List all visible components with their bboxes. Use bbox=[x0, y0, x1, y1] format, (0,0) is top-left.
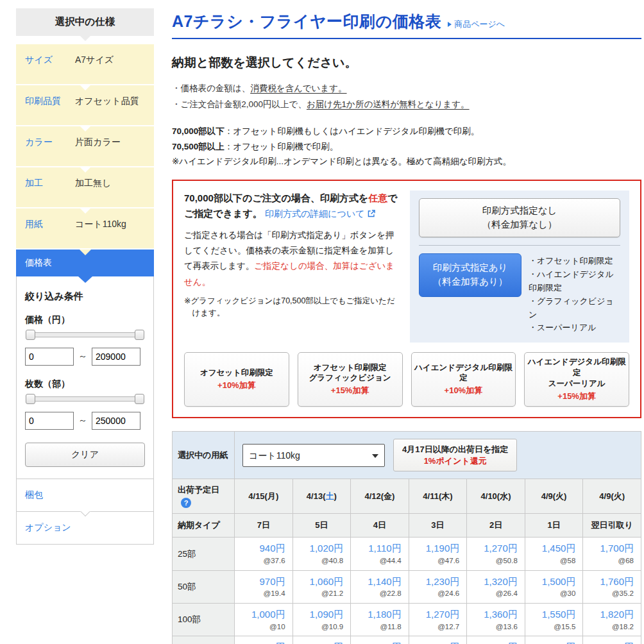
method-buttons-row: オフセット印刷限定+10%加算オフセット印刷限定グラフィックビジョン+15%加算… bbox=[184, 352, 629, 407]
filter-section: 絞り込み条件 価格（円） ～ 枚数（部） bbox=[17, 276, 153, 479]
sidebar-spec-item[interactable]: カラー片面カラー bbox=[16, 126, 154, 166]
price-cell[interactable]: 1,410円@9.4 bbox=[467, 636, 525, 644]
method-option-button[interactable]: オフセット印刷限定グラフィックビジョン+15%加算 bbox=[298, 352, 403, 407]
title-row: A7チラシ・フライヤー印刷の価格表 商品ページへ bbox=[172, 11, 641, 32]
unit-price-value: @44.4 bbox=[353, 557, 402, 566]
spec-label: 印刷品質 bbox=[25, 96, 75, 107]
price-cell[interactable]: 1,190円@47.6 bbox=[409, 538, 467, 570]
price-cell[interactable]: 1,270円@50.8 bbox=[467, 538, 525, 570]
qty-max-input[interactable] bbox=[92, 412, 140, 430]
spec-option-item: ・スーパーリアル bbox=[529, 321, 620, 335]
price-cell[interactable]: 1,590円@10.6 bbox=[525, 636, 583, 644]
product-page-link[interactable]: 商品ページへ bbox=[448, 19, 505, 30]
price-slider-handle-max[interactable] bbox=[135, 330, 144, 340]
sidebar-spec-item[interactable]: サイズA7サイズ bbox=[16, 44, 154, 84]
qty-min-input[interactable] bbox=[25, 412, 74, 430]
price-cell[interactable]: 1,700円@68 bbox=[583, 538, 641, 570]
delivery-type-cell: 3日 bbox=[409, 514, 467, 538]
unit-price-value: @24.6 bbox=[412, 589, 460, 598]
price-cell[interactable]: 1,060円@21.2 bbox=[292, 570, 351, 603]
price-value: 1,030円 bbox=[237, 641, 285, 644]
qty-filter-label: 枚数（部） bbox=[25, 378, 145, 390]
unit-price-value: @21.2 bbox=[296, 589, 344, 598]
price-value: 1,700円 bbox=[586, 542, 634, 555]
price-cell[interactable]: 1,090円@10.9 bbox=[292, 604, 351, 636]
machine-info-block: 70,000部以下：オフセット印刷機もしくはハイエンドデジタル印刷機で印刷。70… bbox=[172, 124, 641, 169]
price-cell[interactable]: 1,500円@30 bbox=[525, 570, 583, 603]
price-max-input[interactable] bbox=[92, 348, 140, 366]
ship-row-label-text: 出荷予定日 bbox=[178, 485, 219, 495]
paper-select-wrap: コート110kg bbox=[242, 444, 385, 467]
saturday-highlight: 土 bbox=[325, 491, 334, 501]
intro-text: 70,000部以下のご注文の場合、印刷方式を bbox=[184, 192, 368, 203]
no-spec-button[interactable]: 印刷方式指定なし （料金加算なし） bbox=[419, 198, 620, 238]
qty-range-slider[interactable] bbox=[30, 396, 140, 402]
method-option-button[interactable]: オフセット印刷限定+10%加算 bbox=[184, 352, 289, 407]
price-cell[interactable]: 970円@19.4 bbox=[235, 570, 293, 603]
qty-range-inputs: ～ bbox=[25, 412, 145, 430]
price-cell[interactable]: 940円@37.6 bbox=[235, 538, 293, 570]
price-cell[interactable]: 1,120円@7.5 bbox=[292, 636, 351, 644]
price-cell[interactable]: 1,230円@24.6 bbox=[409, 570, 467, 603]
price-min-input[interactable] bbox=[25, 348, 74, 366]
qty-slider-handle-min[interactable] bbox=[26, 394, 35, 404]
price-slider-handle-min[interactable] bbox=[26, 330, 35, 340]
help-icon[interactable]: ? bbox=[181, 498, 191, 508]
sidebar-item-price-table[interactable]: 価格表 bbox=[16, 250, 154, 276]
price-range-slider[interactable] bbox=[30, 332, 140, 337]
clear-button[interactable]: クリア bbox=[25, 443, 145, 467]
price-cell[interactable]: 1,140円@22.8 bbox=[351, 570, 409, 603]
with-spec-button[interactable]: 印刷方式指定あり （料金加算あり） bbox=[419, 253, 521, 297]
no-spec-button-line2: （料金加算なし） bbox=[482, 219, 557, 230]
price-value: 970円 bbox=[237, 575, 285, 588]
price-value: 1,120円 bbox=[296, 641, 344, 644]
notes-block: ・価格表の金額は、消費税を含んでいます。・ご注文合計金額2,000円以上で、お届… bbox=[172, 81, 641, 113]
price-cell[interactable]: 1,270円@12.7 bbox=[409, 604, 467, 636]
price-row: 150部1,030円@6.91,120円@7.51,210円@8.11,310円… bbox=[173, 636, 641, 644]
price-cell[interactable]: 1,310円@8.7 bbox=[409, 636, 467, 644]
sidebar-filter-panel: 絞り込み条件 価格（円） ～ 枚数（部） bbox=[16, 276, 154, 545]
price-cell[interactable]: 1,210円@8.1 bbox=[351, 636, 409, 644]
ship-date-button[interactable]: 4月17日以降の出荷日を指定 1%ポイント還元 bbox=[393, 439, 517, 472]
price-cell[interactable]: 1,180円@11.8 bbox=[351, 604, 409, 636]
price-value: 1,410円 bbox=[470, 641, 518, 644]
quantity-label-cell: 25部 bbox=[173, 538, 235, 570]
sidebar-spec-item[interactable]: 用紙コート110kg bbox=[16, 208, 154, 248]
sidebar-item-options[interactable]: オプション bbox=[17, 511, 153, 544]
sidebar-spec-item[interactable]: 印刷品質オフセット品質 bbox=[16, 85, 154, 125]
price-value: 1,820円 bbox=[586, 608, 634, 621]
print-method-top: 70,000部以下のご注文の場合、印刷方式を任意でご指定できます。 印刷方式の詳… bbox=[184, 191, 629, 343]
quantity-label-cell: 50部 bbox=[173, 570, 235, 603]
price-value: 1,450円 bbox=[528, 542, 576, 555]
price-value: 1,270円 bbox=[412, 608, 460, 621]
unit-price-value: @47.6 bbox=[412, 557, 460, 566]
product-page-link-label: 商品ページへ bbox=[454, 19, 505, 30]
external-link-icon bbox=[367, 209, 376, 218]
spec-option-item: ・ハイエンドデジタル印刷限定 bbox=[529, 268, 620, 295]
qty-slider-handle-max[interactable] bbox=[135, 394, 144, 404]
note-link[interactable]: お届け先1か所の送料が無料となります。 bbox=[307, 99, 470, 109]
note-link[interactable]: 消費税を含んでいます。 bbox=[250, 83, 346, 93]
price-cell[interactable]: 1,820円@18.2 bbox=[583, 604, 641, 636]
paper-select[interactable]: コート110kg bbox=[242, 444, 385, 467]
price-cell[interactable]: 1,030円@6.9 bbox=[235, 636, 293, 644]
method-option-button[interactable]: ハイエンドデジタル印刷限定スーパーリアル+15%加算 bbox=[524, 352, 629, 407]
price-cell[interactable]: 1,320円@26.4 bbox=[467, 570, 525, 603]
method-button-label: スーパーリアル bbox=[548, 378, 606, 389]
price-cell[interactable]: 1,450円@58 bbox=[525, 538, 583, 570]
price-cell[interactable]: 1,550円@15.5 bbox=[525, 604, 583, 636]
machine-info-bold: 70,000部以下 bbox=[172, 126, 225, 136]
price-cell[interactable]: 1,110円@44.4 bbox=[351, 538, 409, 570]
price-table: 選択中の用紙 コート110kg 4月17日以降の出荷 bbox=[172, 431, 641, 644]
price-cell[interactable]: 1,760円@35.2 bbox=[583, 570, 641, 603]
method-option-button[interactable]: ハイエンドデジタル印刷限定+10%加算 bbox=[411, 352, 516, 407]
price-cell[interactable]: 1,870円@12.5 bbox=[583, 636, 641, 644]
price-cell[interactable]: 1,000円@10 bbox=[235, 604, 293, 636]
page-title: A7チラシ・フライヤー印刷の価格表 bbox=[172, 11, 441, 32]
ship-date-cell: 4/9(火) bbox=[525, 479, 583, 514]
price-cell[interactable]: 1,360円@13.6 bbox=[467, 604, 525, 636]
date-text: 4/13( bbox=[307, 491, 326, 501]
sidebar-spec-item[interactable]: 加工加工無し bbox=[16, 167, 154, 207]
price-cell[interactable]: 1,020円@40.8 bbox=[292, 538, 351, 570]
method-details-link[interactable]: 印刷方式の詳細について bbox=[265, 208, 376, 219]
